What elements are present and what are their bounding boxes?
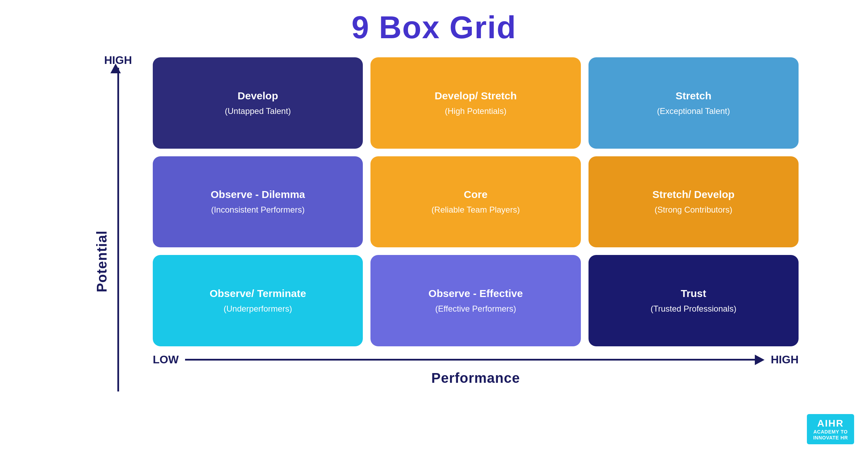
grid-cell-top-left: Develop(Untapped Talent) (153, 57, 363, 149)
x-low-label: LOW (153, 353, 179, 366)
grid-and-x-container: Develop(Untapped Talent)Develop/ Stretch… (139, 54, 799, 391)
page-title: 9 Box Grid (0, 0, 868, 46)
cell-title-bot-right: Trust (681, 287, 706, 300)
grid-cell-bot-center: Observe - Effective(Effective Performers… (370, 255, 581, 346)
x-high-label: HIGH (771, 353, 799, 366)
nine-box-grid: Develop(Untapped Talent)Develop/ Stretch… (139, 54, 799, 350)
x-axis-line (185, 359, 755, 361)
cell-sub-top-right: (Exceptional Talent) (657, 106, 730, 116)
cell-title-mid-center: Core (464, 188, 487, 201)
cell-title-bot-center: Observe - Effective (428, 287, 523, 300)
cell-title-top-left: Develop (237, 90, 278, 102)
cell-sub-mid-right: (Strong Contributors) (654, 204, 732, 215)
x-axis-label: Performance (431, 370, 520, 386)
main-area: HIGH Potential Develop(Untapped Talent)D… (97, 54, 799, 391)
x-axis: LOW HIGH Performance (139, 350, 799, 391)
cell-title-mid-right: Stretch/ Develop (652, 188, 735, 201)
cell-title-top-center: Develop/ Stretch (435, 90, 517, 102)
grid-cell-top-center: Develop/ Stretch(High Potentials) (370, 57, 581, 149)
cell-sub-top-center: (High Potentials) (445, 106, 506, 116)
grid-cell-bot-left: Observe/ Terminate(Underperformers) (153, 255, 363, 346)
cell-sub-mid-left: (Inconsistent Performers) (211, 204, 304, 215)
y-axis: HIGH Potential (97, 54, 139, 391)
grid-cell-bot-right: Trust(Trusted Professionals) (589, 255, 799, 346)
grid-cell-mid-left: Observe - Dilemma(Inconsistent Performer… (153, 156, 363, 248)
cell-title-mid-left: Observe - Dilemma (211, 188, 305, 201)
cell-sub-bot-center: (Effective Performers) (435, 303, 516, 314)
y-axis-label: Potential (94, 231, 110, 292)
y-axis-line (117, 68, 119, 391)
cell-sub-bot-left: (Underperformers) (224, 303, 292, 314)
grid-cell-mid-right: Stretch/ Develop(Strong Contributors) (589, 156, 799, 248)
cell-title-top-right: Stretch (676, 90, 711, 102)
aihr-logo-line1: AIHR (817, 418, 844, 429)
cell-sub-mid-center: (Reliable Team Players) (432, 204, 520, 215)
aihr-logo: AIHR ACADEMY TOINNOVATE HR (807, 414, 854, 444)
x-axis-arrow (755, 355, 765, 365)
grid-cell-mid-center: Core(Reliable Team Players) (370, 156, 581, 248)
grid-cell-top-right: Stretch(Exceptional Talent) (589, 57, 799, 149)
aihr-logo-line2: ACADEMY TOINNOVATE HR (813, 429, 848, 441)
cell-sub-bot-right: (Trusted Professionals) (651, 303, 736, 314)
cell-title-bot-left: Observe/ Terminate (210, 287, 306, 300)
y-axis-arrow (110, 64, 121, 73)
cell-sub-top-left: (Untapped Talent) (225, 106, 291, 116)
